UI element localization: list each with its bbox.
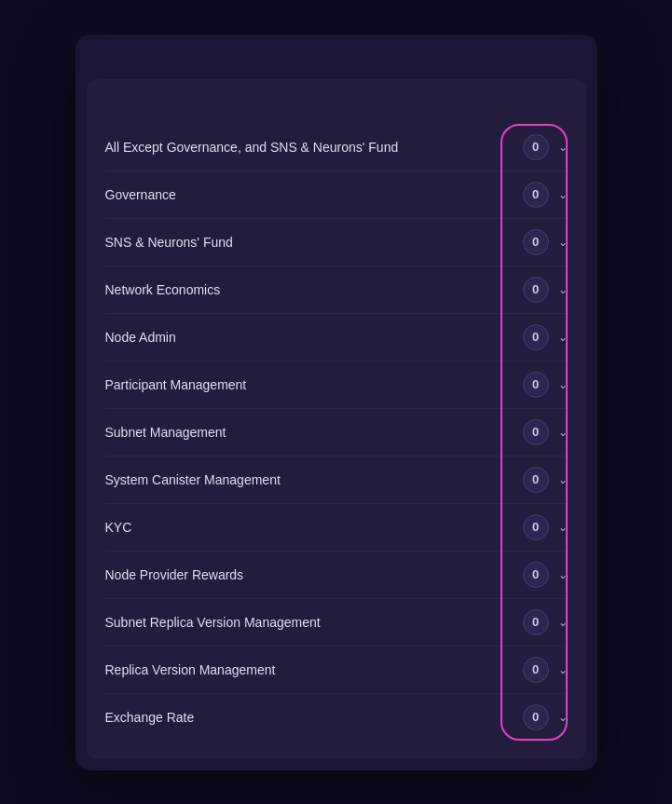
modal-overlay: All Except Governance, and SNS & Neurons… [0,0,672,804]
chevron-down-icon: ⌄ [558,521,568,534]
topic-count-badge: 0 [523,467,549,493]
topic-control-button[interactable]: 0⌄ [523,277,568,303]
chevron-down-icon: ⌄ [558,426,568,439]
chevron-down-icon: ⌄ [558,141,568,154]
topic-label: KYC [105,520,132,535]
chevron-down-icon: ⌄ [558,473,568,486]
topic-label: All Except Governance, and SNS & Neurons… [105,140,399,155]
topic-count-badge: 0 [523,514,549,540]
topic-label: System Canister Management [105,472,281,487]
topic-row: Replica Version Management0⌄ [105,647,568,694]
modal-body: All Except Governance, and SNS & Neurons… [87,79,586,759]
topic-count-badge: 0 [523,704,549,730]
topic-count-badge: 0 [523,372,549,398]
topic-label: Node Admin [105,330,176,345]
chevron-down-icon: ⌄ [558,663,568,676]
topic-count-badge: 0 [523,419,549,445]
chevron-down-icon: ⌄ [558,188,568,201]
chevron-down-icon: ⌄ [558,616,568,629]
topic-control-button[interactable]: 0⌄ [523,182,568,208]
topic-label: Node Provider Rewards [105,567,244,582]
modal-header [75,34,597,79]
topic-label: Network Economics [105,282,221,297]
topic-control-button[interactable]: 0⌄ [523,609,568,635]
follow-neurons-modal: All Except Governance, and SNS & Neurons… [75,34,597,770]
topic-row: Node Admin0⌄ [105,314,568,361]
topic-count-badge: 0 [523,229,549,255]
topic-row: Node Provider Rewards0⌄ [105,552,568,599]
topic-control-button[interactable]: 0⌄ [523,229,568,255]
topic-count-badge: 0 [523,134,549,160]
topic-control-button[interactable]: 0⌄ [523,419,568,445]
topic-control-button[interactable]: 0⌄ [523,657,568,683]
topic-row: Network Economics0⌄ [105,266,568,314]
topic-count-badge: 0 [523,562,549,588]
topic-control-button[interactable]: 0⌄ [523,372,568,398]
topics-list: All Except Governance, and SNS & Neurons… [105,124,568,741]
topic-count-badge: 0 [523,277,549,303]
chevron-down-icon: ⌄ [558,568,568,581]
chevron-down-icon: ⌄ [558,711,568,724]
topic-row: SNS & Neurons' Fund0⌄ [105,219,568,266]
topic-row: Subnet Management0⌄ [105,409,568,457]
chevron-down-icon: ⌄ [558,236,568,249]
chevron-down-icon: ⌄ [558,331,568,344]
topic-row: Governance0⌄ [105,171,568,219]
topic-row: Participant Management0⌄ [105,361,568,409]
chevron-down-icon: ⌄ [558,283,568,296]
topic-label: Participant Management [105,377,247,392]
topic-label: SNS & Neurons' Fund [105,235,233,250]
topic-label: Replica Version Management [105,662,276,677]
topic-count-badge: 0 [523,609,549,635]
close-button[interactable] [549,44,575,70]
topic-row: System Canister Management0⌄ [105,457,568,504]
topic-label: Governance [105,187,176,202]
topic-control-button[interactable]: 0⌄ [523,514,568,540]
topic-control-button[interactable]: 0⌄ [523,562,568,588]
topic-row: KYC0⌄ [105,504,568,552]
topics-list-wrapper: All Except Governance, and SNS & Neurons… [105,124,568,741]
topic-control-button[interactable]: 0⌄ [523,324,568,350]
topic-control-button[interactable]: 0⌄ [523,704,568,730]
topic-count-badge: 0 [523,324,549,350]
topic-count-badge: 0 [523,182,549,208]
topic-label: Subnet Replica Version Management [105,615,321,630]
topic-label: Exchange Rate [105,710,195,725]
topic-label: Subnet Management [105,425,226,440]
topic-control-button[interactable]: 0⌄ [523,134,568,160]
topic-count-badge: 0 [523,657,549,683]
topic-row: Subnet Replica Version Management0⌄ [105,599,568,647]
topic-control-button[interactable]: 0⌄ [523,467,568,493]
topic-row: Exchange Rate0⌄ [105,694,568,741]
chevron-down-icon: ⌄ [558,378,568,391]
topic-row: All Except Governance, and SNS & Neurons… [105,124,568,171]
